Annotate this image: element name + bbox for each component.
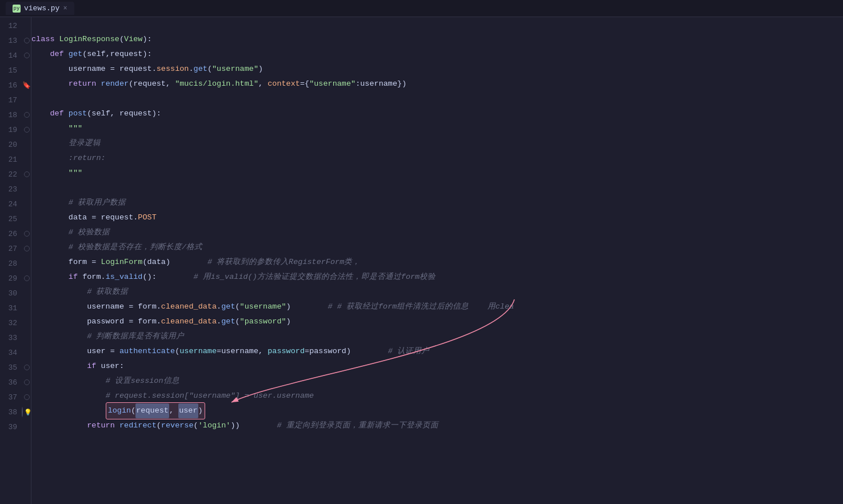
breakpoint-empty-35[interactable] bbox=[22, 365, 31, 370]
file-tab[interactable]: py views.py × bbox=[6, 2, 74, 15]
gutter-line-32: 32 bbox=[0, 315, 31, 330]
gutter-line-12: 12 bbox=[0, 18, 31, 33]
code-line-19: """ bbox=[31, 121, 843, 136]
breakpoint-empty-22[interactable] bbox=[22, 171, 31, 177]
breakpoint-empty-18[interactable] bbox=[22, 112, 31, 118]
title-bar: py views.py × bbox=[0, 0, 843, 17]
code-line-27: # 校验数据是否存在，判断长度/格式 bbox=[31, 240, 843, 255]
gutter-line-15: 15 bbox=[0, 63, 31, 78]
code-line-31: username = form.cleaned_data.get("userna… bbox=[31, 299, 843, 314]
breakpoint-empty-14[interactable] bbox=[22, 53, 31, 58]
editor-container: 12 13 14 15 16 🔖 17 18 bbox=[0, 17, 843, 504]
gutter-line-33: 33 bbox=[0, 330, 31, 345]
code-editor[interactable]: class LoginResponse(View): def get(self,… bbox=[31, 17, 843, 504]
breakpoint-empty-13[interactable] bbox=[22, 38, 31, 43]
code-line-14: def get(self,request): bbox=[31, 47, 843, 62]
gutter-line-34: 34 bbox=[0, 345, 31, 360]
gutter-line-29: 29 bbox=[0, 271, 31, 286]
code-line-24: # 获取用户数据 bbox=[31, 195, 843, 210]
gutter-line-18: 18 bbox=[0, 107, 31, 122]
gutter-line-26: 26 bbox=[0, 226, 31, 241]
code-line-37: # request.session["username"] = user.use… bbox=[31, 389, 843, 403]
breakpoint-empty-26[interactable] bbox=[22, 231, 31, 237]
code-line-32: password = form.cleaned_data.get("passwo… bbox=[31, 314, 843, 329]
gutter-line-36: 36 bbox=[0, 375, 31, 390]
code-line-30: # 获取数据 bbox=[31, 285, 843, 299]
code-line-39: return redirect(reverse('login')) # 重定向到… bbox=[31, 418, 843, 433]
code-line-13: class LoginResponse(View): bbox=[31, 32, 843, 47]
tab-close-icon[interactable]: × bbox=[63, 5, 67, 13]
breakpoint-empty-37[interactable] bbox=[22, 394, 31, 400]
gutter-line-22: 22 bbox=[0, 167, 31, 182]
gutter-line-37: 37 bbox=[0, 390, 31, 405]
lightbulb-icon-38[interactable]: 💡 bbox=[24, 409, 32, 416]
tab-label: views.py bbox=[24, 4, 59, 13]
breakpoint-empty-36[interactable] bbox=[22, 379, 31, 385]
bookmark-icon-16[interactable]: 🔖 bbox=[22, 81, 31, 90]
code-line-21: :return: bbox=[31, 151, 843, 166]
gutter-line-35: 35 bbox=[0, 360, 31, 375]
code-line-25: data = request.POST bbox=[31, 210, 843, 225]
code-line-33: # 判断数据库是否有该用户 bbox=[31, 329, 843, 344]
gutter-line-20: 20 bbox=[0, 137, 31, 152]
tab-file-icon: py bbox=[13, 5, 21, 13]
code-line-36: # 设置session信息 bbox=[31, 374, 843, 389]
code-line-15: username = request.session.get("username… bbox=[31, 62, 843, 77]
code-line-22: """ bbox=[31, 166, 843, 181]
gutter-line-21: 21 bbox=[0, 152, 31, 167]
breakpoint-empty-29[interactable] bbox=[22, 275, 31, 281]
code-line-18: def post(self, request): bbox=[31, 106, 843, 121]
gutter-line-27: 27 bbox=[0, 241, 31, 256]
code-line-35: if user: bbox=[31, 359, 843, 374]
gutter-line-23: 23 bbox=[0, 182, 31, 197]
code-line-38: login(request, user) bbox=[31, 403, 843, 418]
breakpoint-empty-27[interactable] bbox=[22, 246, 31, 251]
code-content: class LoginResponse(View): def get(self,… bbox=[31, 17, 843, 504]
gutter-line-28: 28 bbox=[0, 256, 31, 271]
gutter-line-17: 17 bbox=[0, 93, 31, 107]
gutter-line-19: 19 bbox=[0, 122, 31, 137]
code-line-16: return render(request, "mucis/login.html… bbox=[31, 77, 843, 91]
code-line-20: 登录逻辑 bbox=[31, 136, 843, 151]
gutter-line-39: 39 bbox=[0, 419, 31, 434]
code-line-34: user = authenticate(username=username, p… bbox=[31, 344, 843, 359]
code-line-12 bbox=[31, 17, 843, 32]
gutter-line-38: 38 💡 bbox=[0, 405, 31, 419]
breakpoint-empty-19[interactable] bbox=[22, 127, 31, 133]
code-line-28: form = LoginForm(data) # 将获取到的参数传入Regist… bbox=[31, 255, 843, 270]
gutter-line-31: 31 bbox=[0, 301, 31, 315]
gutter-line-14: 14 bbox=[0, 48, 31, 63]
code-line-29: if form.is_valid(): # 用is_valid()方法验证提交数… bbox=[31, 270, 843, 285]
breakpoint-empty-38[interactable] bbox=[22, 407, 23, 417]
line-gutter: 12 13 14 15 16 🔖 17 18 bbox=[0, 17, 31, 504]
gutter-line-16: 16 🔖 bbox=[0, 78, 31, 93]
gutter-line-13: 13 bbox=[0, 33, 31, 48]
gutter-line-30: 30 bbox=[0, 286, 31, 301]
code-line-17 bbox=[31, 91, 843, 106]
code-line-26: # 校验数据 bbox=[31, 225, 843, 240]
gutter-line-25: 25 bbox=[0, 211, 31, 226]
gutter-line-24: 24 bbox=[0, 197, 31, 211]
code-line-23 bbox=[31, 181, 843, 195]
